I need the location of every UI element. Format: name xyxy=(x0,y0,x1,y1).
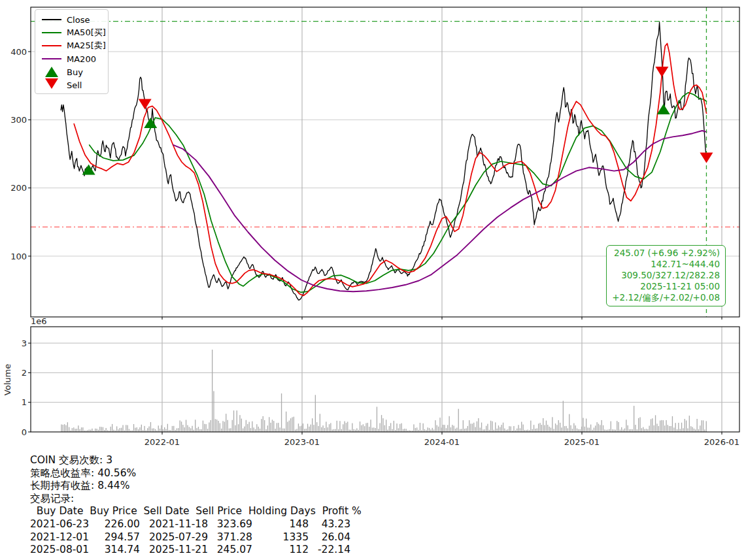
volume-bar xyxy=(344,421,345,432)
volume-bar xyxy=(186,420,186,433)
annotation-line-datetime: 2025-11-21 05:00 xyxy=(612,281,720,292)
volume-bar xyxy=(467,426,468,432)
volume-bar xyxy=(698,429,699,432)
trade-cell: 2025-11-21 xyxy=(140,544,209,557)
volume-bar xyxy=(692,427,692,433)
volume-bar xyxy=(543,418,543,432)
volume-bar xyxy=(261,419,262,432)
volume-bar xyxy=(389,426,390,432)
volume-bar xyxy=(570,425,571,432)
volume-bar xyxy=(67,422,68,432)
volume-bar xyxy=(563,401,564,432)
volume-bar xyxy=(689,416,690,432)
volume-bar xyxy=(324,428,325,432)
volume-bar xyxy=(600,425,600,432)
volume-bar xyxy=(504,429,505,432)
volume-bar xyxy=(224,421,225,432)
volume-bar xyxy=(447,425,448,432)
trade-cell: -22.14 xyxy=(309,544,350,557)
price-tick-label: 200 xyxy=(10,183,27,193)
volume-bar xyxy=(539,423,540,432)
annotation-line-signal: +2.12/偏多/+2.02/+0.08 xyxy=(612,292,720,303)
volume-bar xyxy=(199,429,200,432)
annotation-line-range: 142.71~444.40 xyxy=(612,259,720,270)
volume-bar xyxy=(398,428,399,432)
volume-bar xyxy=(509,426,509,432)
volume-bar xyxy=(503,423,503,432)
sell-marker xyxy=(139,99,152,110)
volume-bar xyxy=(198,427,199,432)
volume-bar xyxy=(532,429,533,432)
volume-bar xyxy=(677,429,677,432)
volume-bar xyxy=(269,417,269,432)
volume-bar xyxy=(638,418,639,432)
sell-marker xyxy=(655,67,668,77)
volume-bar xyxy=(561,427,562,432)
volume-bar xyxy=(144,426,144,432)
volume-bar xyxy=(520,428,520,432)
legend-item-buy: Buy xyxy=(40,65,108,78)
volume-bar xyxy=(521,422,522,433)
trades-table: 2021-06-23226.002021-11-18323.6914843.23… xyxy=(30,518,362,557)
volume-panel-border xyxy=(31,327,739,432)
volume-bar xyxy=(609,429,609,432)
volume-bar xyxy=(697,419,698,432)
volume-bar xyxy=(272,420,273,432)
sell-triangle-icon xyxy=(45,78,58,89)
volume-bar xyxy=(265,429,266,432)
volume-bar xyxy=(281,393,282,432)
volume-bar xyxy=(328,427,328,432)
trade-cell: 2021-11-18 xyxy=(140,518,209,531)
volume-bar xyxy=(218,421,218,432)
trade-row: 2021-12-01294.572025-07-29371.28133526.0… xyxy=(30,531,362,544)
volume-bar xyxy=(573,423,574,432)
legend-label: MA200 xyxy=(67,54,96,64)
volume-bar xyxy=(569,414,569,432)
volume-bar xyxy=(329,424,330,432)
volume-bar xyxy=(438,427,439,432)
volume-bar xyxy=(152,429,152,432)
volume-bar xyxy=(73,427,74,432)
volume-tick-label: 1 xyxy=(22,397,27,407)
volume-bar xyxy=(187,425,188,432)
volume-bar xyxy=(282,429,283,432)
volume-bar xyxy=(473,423,474,432)
trade-markers xyxy=(82,67,713,175)
volume-bar xyxy=(634,406,634,432)
volume-bar xyxy=(613,429,614,432)
volume-bar xyxy=(76,429,77,432)
legend-item-close: Close xyxy=(40,13,108,26)
volume-bar xyxy=(229,429,229,432)
annotation-box: 245.07 (+6.96 +2.92%) 142.71~444.40 309.… xyxy=(606,245,726,306)
volume-bar xyxy=(694,429,694,432)
volume-bar xyxy=(163,429,163,432)
volume-bar xyxy=(661,420,662,432)
trade-row: 2021-06-23226.002021-11-18323.6914843.23 xyxy=(30,518,362,531)
volume-bar xyxy=(586,419,586,432)
volume-bar xyxy=(112,424,112,432)
volume-bar xyxy=(209,423,209,433)
volume-bar xyxy=(585,427,585,432)
x-tick-label: 2025-01 xyxy=(564,437,600,447)
volume-bar xyxy=(578,429,579,432)
volume-bar xyxy=(635,425,636,432)
volume-bar xyxy=(69,427,69,432)
volume-bar xyxy=(501,425,502,432)
volume-bar xyxy=(180,420,180,432)
volume-bar xyxy=(396,423,397,432)
volume-bar xyxy=(311,425,311,432)
legend-label: MA50[买] xyxy=(67,27,106,39)
volume-bar xyxy=(178,428,178,432)
volume-bar xyxy=(364,426,365,432)
trade-cell: 2025-08-01 xyxy=(30,544,86,557)
legend-item-sell: Sell xyxy=(40,78,108,91)
x-tick-label: 2023-01 xyxy=(284,437,320,447)
volume-bar xyxy=(629,429,630,432)
volume-bar xyxy=(428,427,428,432)
volume-bar xyxy=(354,429,354,432)
volume-bar xyxy=(589,428,590,433)
volume-bar xyxy=(643,427,643,432)
volume-bar xyxy=(316,422,317,432)
volume-bar xyxy=(75,429,76,432)
volume-bar xyxy=(437,425,437,432)
